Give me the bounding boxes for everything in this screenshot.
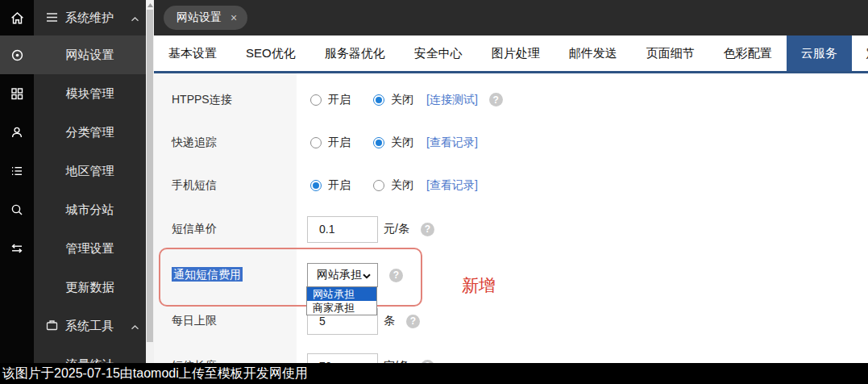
radio-label-on[interactable]: 开启 xyxy=(328,178,351,193)
search-icon xyxy=(10,202,24,217)
radio-sms-on[interactable] xyxy=(310,180,322,191)
radio-sms-off[interactable] xyxy=(373,180,384,191)
help-icon[interactable]: ? xyxy=(389,269,403,282)
window-tab-bar: 网站设置 × xyxy=(154,0,868,35)
tab-seo[interactable]: SEO优化 xyxy=(231,35,310,71)
form-row-sms-price: 短信单价 元/条 ? xyxy=(154,207,868,252)
toolbox-icon xyxy=(46,319,58,333)
fee-bearer-select[interactable]: 网站承担 xyxy=(307,263,378,287)
annotation-new-label: 新增 xyxy=(462,274,496,297)
sidebar-group-system-tools[interactable]: 系统工具 xyxy=(34,307,146,345)
dropdown-option-merchant-bears[interactable]: 商家承担 xyxy=(307,301,376,315)
tab-label: 邮件发送 xyxy=(569,46,617,61)
unit-label: 条 xyxy=(384,314,395,328)
field-label: 手机短信 xyxy=(154,178,297,193)
user-icon xyxy=(10,125,24,140)
radio-https-off[interactable] xyxy=(373,94,384,106)
tab-page-details[interactable]: 页面细节 xyxy=(632,35,709,71)
tab-mail-sending[interactable]: 邮件发送 xyxy=(554,35,632,71)
tab-color-config[interactable]: 色彩配置 xyxy=(709,35,787,71)
fee-bearer-dropdown: 网站承担 商家承担 xyxy=(306,286,377,315)
selected-text-highlight: 通知短信费用 xyxy=(172,267,243,282)
connection-test-link[interactable]: [连接测试] xyxy=(426,93,478,107)
sms-price-input[interactable] xyxy=(307,216,378,243)
sidebar-item-site-settings[interactable]: 网站设置 xyxy=(34,35,146,74)
rail-item-regions[interactable] xyxy=(0,152,34,190)
swap-icon xyxy=(10,241,24,256)
unit-label: 元/条 xyxy=(384,222,409,236)
radio-label-on[interactable]: 开启 xyxy=(328,136,351,150)
chevron-up-icon xyxy=(131,11,139,25)
tab-cloud-services[interactable]: 云服务 xyxy=(787,35,852,71)
settings-tab-bar: 基本设置 SEO优化 服务器优化 安全中心 图片处理 邮件发送 页面细节 色彩配… xyxy=(154,35,868,73)
chevron-up-icon xyxy=(131,319,139,333)
window-tab-label: 网站设置 xyxy=(177,10,222,25)
menu-item-label: 地区管理 xyxy=(66,164,114,179)
sidebar-icon-rail xyxy=(0,0,34,363)
help-icon[interactable]: ? xyxy=(421,223,434,236)
field-label: 短信单价 xyxy=(154,222,297,236)
help-icon[interactable]: ? xyxy=(406,315,420,328)
tab-label: 基本设置 xyxy=(168,46,217,61)
dropdown-option-site-bears[interactable]: 网站承担 xyxy=(307,287,376,301)
rail-item-site-settings[interactable] xyxy=(0,35,34,74)
close-icon[interactable]: × xyxy=(230,12,237,23)
window-tab-site-settings[interactable]: 网站设置 × xyxy=(164,6,247,30)
home-icon xyxy=(10,10,25,26)
menu-item-label: 管理设置 xyxy=(66,241,114,257)
sidebar-item-admin-settings[interactable]: 管理设置 xyxy=(34,229,146,268)
rail-item-city-sites[interactable] xyxy=(0,190,34,229)
tab-basic-settings[interactable]: 基本设置 xyxy=(154,35,231,71)
help-icon[interactable]: ? xyxy=(489,93,503,106)
scrollbar-thumb[interactable] xyxy=(147,10,153,342)
radio-tracking-off[interactable] xyxy=(373,137,384,148)
form-row-express-tracking: 快递追踪 开启 关闭 [查看记录] xyxy=(154,121,868,164)
hamburger-icon xyxy=(46,11,58,25)
watermark-bar: 该图片于2025-07-15由taomodi上传至模板开发网使用 xyxy=(0,363,868,384)
tab-label: SEO优化 xyxy=(246,46,296,61)
select-value: 网站承担 xyxy=(317,268,362,282)
radio-label-on[interactable]: 开启 xyxy=(328,93,351,107)
rail-item-home[interactable] xyxy=(0,0,34,35)
rail-item-admin-settings[interactable] xyxy=(0,229,34,268)
form-row-notify-sms-fee: 通知短信费用 网站承担 ? xyxy=(154,252,868,298)
sidebar-menu: 系统维护 网站设置 模块管理 分类管理 地区管理 城市分站 管理设置 更新数据 … xyxy=(34,0,146,363)
radio-tracking-on[interactable] xyxy=(310,137,322,148)
sms-length-input[interactable] xyxy=(307,353,378,364)
tab-server-optimization[interactable]: 服务器优化 xyxy=(310,35,400,71)
tab-label: 云服务 xyxy=(801,46,837,61)
field-label: 通知短信费用 xyxy=(154,268,297,282)
field-label: HTPPS连接 xyxy=(154,93,297,107)
rail-item-categories[interactable] xyxy=(0,113,34,152)
sidebar-item-region-management[interactable]: 地区管理 xyxy=(34,152,146,190)
scrollbar-up-arrow-icon[interactable] xyxy=(146,0,154,10)
sidebar-group-system-maintenance[interactable]: 系统维护 xyxy=(34,0,146,35)
rail-item-modules[interactable] xyxy=(0,74,34,113)
tab-security-center[interactable]: 安全中心 xyxy=(400,35,477,71)
radio-label-off[interactable]: 关闭 xyxy=(391,178,413,193)
radio-https-on[interactable] xyxy=(310,94,322,106)
sidebar-item-update-data[interactable]: 更新数据 xyxy=(34,268,146,307)
menu-item-label: 模块管理 xyxy=(66,86,114,102)
form-row-daily-limit: 每日上限 条 ? xyxy=(154,298,868,344)
watermark-text: 该图片于2025-07-15由taomodi上传至模板开发网使用 xyxy=(2,365,308,382)
sidebar-group-label: 系统工具 xyxy=(65,319,114,334)
view-records-link[interactable]: [查看记录] xyxy=(426,178,478,193)
tab-label: 图片处理 xyxy=(492,46,540,61)
sidebar-item-city-subsites[interactable]: 城市分站 xyxy=(34,190,146,229)
sidebar-item-module-management[interactable]: 模块管理 xyxy=(34,74,146,113)
tab-custom-settings[interactable]: 定义设置 xyxy=(852,35,868,71)
field-label: 每日上限 xyxy=(154,314,297,328)
tab-image-processing[interactable]: 图片处理 xyxy=(477,35,554,71)
sidebar-item-category-management[interactable]: 分类管理 xyxy=(34,113,146,152)
menu-item-label: 网站设置 xyxy=(66,48,114,63)
radio-label-off[interactable]: 关闭 xyxy=(391,136,413,150)
form-row-sms-length: 短信长度 字/条 ? xyxy=(154,344,868,363)
settings-form: HTPPS连接 开启 关闭 [连接测试] ? 快递追踪 开启 xyxy=(154,73,868,363)
tab-label: 服务器优化 xyxy=(325,46,385,61)
tab-label: 安全中心 xyxy=(414,46,463,61)
sidebar-scrollbar[interactable] xyxy=(146,0,154,363)
view-records-link[interactable]: [查看记录] xyxy=(426,136,478,150)
radio-label-off[interactable]: 关闭 xyxy=(391,93,413,107)
menu-item-label: 分类管理 xyxy=(66,125,114,140)
